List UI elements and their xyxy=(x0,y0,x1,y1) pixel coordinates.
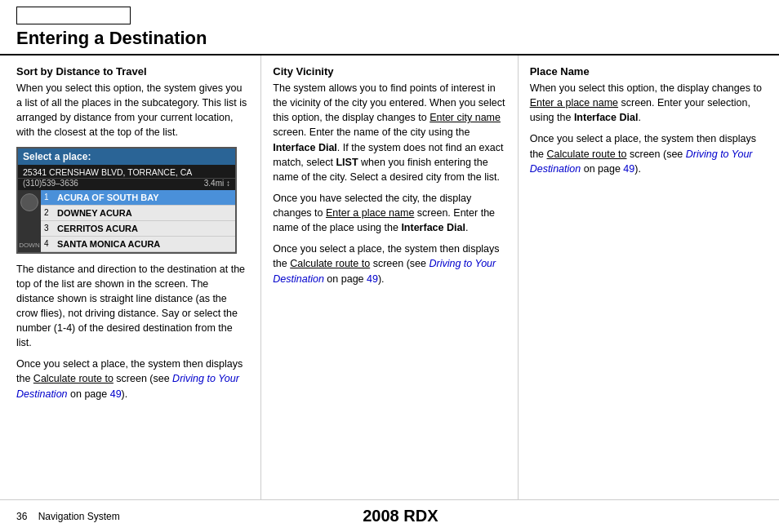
nav-screen-left-panel: DOWN 1ACURA OF SOUTH BAY2DOWNEY ACURA3CE… xyxy=(18,190,235,252)
knob-label: DOWN xyxy=(19,242,39,249)
footer-left: 36 Navigation System xyxy=(16,511,120,522)
col3-p2-suffix: ). xyxy=(634,163,641,175)
col1-para3-suffix: ). xyxy=(122,388,128,400)
item-text: ACURA OF SOUTH BAY xyxy=(57,193,158,202)
nav-screen-list-item[interactable]: 4SANTA MONICA ACURA xyxy=(41,237,235,252)
col-sort-distance: Sort by Distance to Travel When you sele… xyxy=(16,55,261,499)
col2-p1-bold: Interface Dial xyxy=(273,142,337,153)
col2-p2-bold: Interface Dial xyxy=(401,222,465,233)
main-content: Sort by Distance to Travel When you sele… xyxy=(0,55,779,499)
title-section: Entering a Destination xyxy=(0,24,779,55)
item-number: 4 xyxy=(44,239,57,248)
col2-p3-screen: Calculate route to xyxy=(290,258,370,269)
col2-para1: The system allows you to find points of … xyxy=(273,81,505,184)
nav-screen-address: 25341 CRENSHAW BLVD, TORRANCE, CA xyxy=(18,165,235,179)
phone-number: (310)539–3636 xyxy=(23,179,78,188)
col3-p2-page[interactable]: 49 xyxy=(623,163,634,175)
col1-para3-page[interactable]: 49 xyxy=(110,388,122,400)
item-number: 1 xyxy=(44,193,57,202)
col3-para2: Once you select a place, the system then… xyxy=(530,131,763,175)
col3-p1-prefix: When you select this option, the display… xyxy=(530,82,762,94)
col2-p2-suffix: . xyxy=(465,222,468,233)
nav-screen-distance: (310)539–3636 3.4mi ↕ xyxy=(18,179,235,190)
nav-screen-list-item[interactable]: 2DOWNEY ACURA xyxy=(41,206,235,221)
col-place-name: Place Name When you select this option, … xyxy=(519,55,763,499)
col2-p1-mid: screen. Enter the name of the city using… xyxy=(273,126,470,138)
col2-p3-page[interactable]: 49 xyxy=(367,273,378,285)
nav-knob: DOWN xyxy=(18,190,41,252)
col1-heading: Sort by Distance to Travel xyxy=(16,65,249,78)
col3-p2-mid: screen (see xyxy=(627,149,686,160)
col3-p2-screen: Calculate route to xyxy=(547,149,627,160)
footer-page-num: 36 xyxy=(16,511,27,522)
footer: 36 Navigation System 2008 RDX xyxy=(0,499,779,532)
item-number: 3 xyxy=(44,224,57,233)
col2-p3-suffix: ). xyxy=(378,273,385,285)
item-text: CERRITOS ACURA xyxy=(57,224,138,233)
col2-para2: Once you have selected the city, the dis… xyxy=(273,191,505,235)
page-container: Entering a Destination Sort by Distance … xyxy=(0,0,779,532)
col2-p1-screen: Enter city name xyxy=(430,112,501,123)
nav-screen: Select a place: 25341 CRENSHAW BLVD, TOR… xyxy=(16,147,237,254)
col3-p2-page-prefix: on page xyxy=(581,163,623,175)
col1-para3: Once you select a place, the system then… xyxy=(16,357,249,401)
col1-para3-mid: screen (see xyxy=(114,373,172,384)
col2-p1-list: LIST xyxy=(336,157,358,168)
address-line1: 25341 CRENSHAW BLVD, TORRANCE, CA xyxy=(23,167,230,177)
nav-screen-header: Select a place: xyxy=(18,149,235,165)
page-title: Entering a Destination xyxy=(16,28,763,49)
col3-p1-suffix: . xyxy=(638,112,640,123)
item-number: 2 xyxy=(44,208,57,217)
col3-heading: Place Name xyxy=(530,65,763,78)
top-bar xyxy=(0,0,779,24)
col1-para2: The distance and direction to the destin… xyxy=(16,262,249,351)
col2-p3-page-prefix: on page xyxy=(324,273,367,285)
nav-screen-list-item[interactable]: 1ACURA OF SOUTH BAY xyxy=(41,190,235,206)
item-text: SANTA MONICA ACURA xyxy=(57,239,160,249)
col1-para3-mid2: on page xyxy=(68,388,110,400)
footer-car-model: 2008 RDX xyxy=(363,507,438,525)
col1-para1: When you select this option, the system … xyxy=(16,81,249,140)
item-text: DOWNEY ACURA xyxy=(57,208,132,218)
col3-para1: When you select this option, the display… xyxy=(530,81,763,125)
col3-p1-screen: Enter a place name xyxy=(530,97,618,109)
col2-p3-mid: screen (see xyxy=(370,258,429,269)
col3-p1-bold: Interface Dial xyxy=(574,112,639,123)
footer-nav-label: Navigation System xyxy=(38,511,120,522)
col2-p2-screen: Enter a place name xyxy=(326,207,414,219)
top-rectangle xyxy=(16,7,131,24)
footer-center: 2008 RDX xyxy=(363,507,438,525)
knob-circle xyxy=(20,193,38,211)
col1-para3-screen: Calculate route to xyxy=(33,373,114,384)
col-city-vicinity: City Vicinity The system allows you to f… xyxy=(261,55,518,499)
nav-screen-list-item[interactable]: 3CERRITOS ACURA xyxy=(41,221,235,237)
nav-items-panel: 1ACURA OF SOUTH BAY2DOWNEY ACURA3CERRITO… xyxy=(41,190,235,252)
col2-para3: Once you select a place, the system then… xyxy=(273,242,505,286)
distance-value: 3.4mi ↕ xyxy=(204,179,230,188)
col2-heading: City Vicinity xyxy=(273,65,505,78)
